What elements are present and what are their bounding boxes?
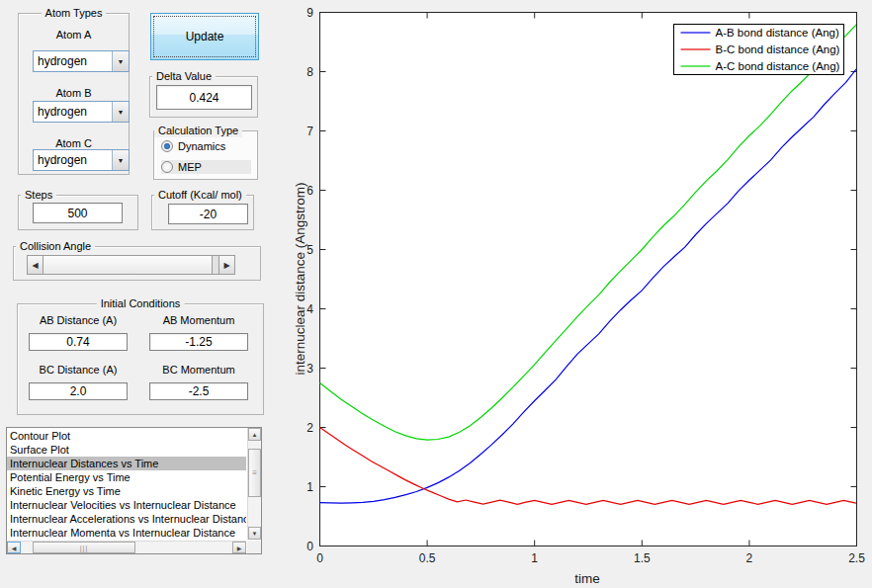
scrollbar-corner	[247, 541, 261, 553]
legend: A-B bond distance (Ang)B-C bond distance…	[674, 25, 844, 75]
vertical-scrollbar[interactable]: ▲ ≡ ▼	[247, 428, 261, 540]
ab-distance-field[interactable]	[29, 333, 128, 351]
atom-b-dropdown[interactable]: hydrogen ▼	[33, 101, 130, 123]
chevron-down-icon[interactable]: ▼	[112, 102, 129, 122]
atom-c-dropdown[interactable]: hydrogen ▼	[33, 149, 130, 171]
cutoff-title: Cutoff (Kcal/ mol)	[154, 188, 246, 202]
collision-angle-title: Collision Angle	[16, 239, 95, 253]
delta-value-field[interactable]	[156, 85, 252, 110]
svg-text:2: 2	[746, 551, 753, 565]
svg-text:9: 9	[306, 6, 313, 20]
svg-text:0.5: 0.5	[419, 551, 436, 565]
slider-left-arrow-icon[interactable]: ◀	[27, 255, 44, 275]
radio-selected-icon[interactable]	[161, 140, 173, 152]
svg-text:1: 1	[531, 551, 538, 565]
collision-angle-panel: Collision Angle ◀ ▶	[13, 246, 261, 281]
svg-text:3: 3	[306, 362, 313, 376]
atom-b-label: Atom B	[19, 87, 129, 99]
scroll-down-icon[interactable]: ▼	[248, 527, 261, 540]
calculation-type-title: Calculation Type	[154, 124, 242, 137]
atom-c-label: Atom C	[19, 137, 129, 149]
listbox-rows: Contour Plot Surface Plot Internuclear D…	[7, 429, 246, 540]
scroll-up-icon[interactable]: ▲	[248, 428, 261, 441]
svg-text:0: 0	[306, 540, 313, 553]
bc-distance-label: BC Distance (A)	[29, 364, 128, 376]
delta-value-title: Delta Value	[152, 69, 216, 83]
list-item[interactable]: Kinetic Energy vs Time	[7, 484, 246, 498]
axes-box	[320, 13, 857, 546]
svg-text:5: 5	[306, 243, 313, 257]
chevron-down-icon[interactable]: ▼	[112, 51, 129, 71]
list-item[interactable]: Internuclear Momenta vs Internuclear Dis…	[7, 526, 246, 540]
svg-text:1: 1	[306, 480, 313, 494]
svg-text:0: 0	[316, 551, 323, 565]
steps-panel: Steps	[18, 195, 138, 230]
scroll-right-icon[interactable]: ▶	[232, 542, 246, 553]
initial-conditions-title: Initial Conditions	[97, 296, 185, 310]
radio-mep[interactable]: MEP	[161, 160, 251, 174]
collision-angle-slider[interactable]: ◀ ▶	[27, 255, 252, 275]
bc-distance-field[interactable]	[29, 382, 128, 400]
cutoff-panel: Cutoff (Kcal/ mol)	[151, 195, 254, 230]
ab-distance-label: AB Distance (A)	[29, 314, 128, 326]
atom-a-value: hydrogen	[34, 51, 112, 71]
atom-types-panel: Atom Types Atom A hydrogen ▼ Atom B hydr…	[18, 13, 130, 175]
list-item-selected[interactable]: Internuclear Distances vs Time	[7, 457, 246, 470]
delta-value-panel: Delta Value	[149, 76, 258, 118]
atom-a-dropdown[interactable]: hydrogen ▼	[33, 50, 130, 72]
list-item[interactable]: Contour Plot	[7, 429, 246, 443]
atom-c-value: hydrogen	[34, 150, 112, 170]
svg-text:2.5: 2.5	[848, 551, 865, 565]
list-item[interactable]: Potential Energy vs Time	[7, 470, 246, 484]
slider-right-arrow-icon[interactable]: ▶	[218, 255, 235, 275]
svg-text:A-B bond distance (Ang): A-B bond distance (Ang)	[716, 27, 839, 39]
svg-text:8: 8	[306, 65, 313, 79]
svg-text:A-C bond distance (Ang): A-C bond distance (Ang)	[716, 60, 840, 72]
radio-unselected-icon[interactable]	[161, 161, 173, 173]
atom-b-value: hydrogen	[34, 102, 112, 122]
horizontal-scroll-thumb[interactable]: |||	[33, 542, 135, 553]
initial-conditions-panel: Initial Conditions AB Distance (A) AB Mo…	[17, 303, 264, 415]
update-button[interactable]: Update	[150, 13, 259, 60]
y-axis-label: internuclear distance (Angstrom)	[293, 182, 307, 375]
atom-types-title: Atom Types	[42, 6, 107, 20]
list-item[interactable]: Internuclear Velocities vs Internuclear …	[7, 498, 246, 512]
bc-momentum-field[interactable]	[149, 382, 248, 400]
svg-text:7: 7	[306, 125, 313, 138]
vertical-scroll-thumb[interactable]: ≡	[248, 449, 261, 497]
plot-canvas: 00.511.522.50123456789 A-B bond distance…	[283, 0, 872, 588]
atom-a-label: Atom A	[19, 29, 129, 41]
svg-text:1.5: 1.5	[634, 551, 651, 565]
radio-dynamics-label: Dynamics	[178, 140, 225, 152]
app-window: { "colors": { "figure_bg": "#f0f0f0", "u…	[0, 0, 872, 588]
scroll-left-icon[interactable]: ◀	[7, 542, 21, 553]
ab-momentum-field[interactable]	[149, 333, 248, 351]
chevron-down-icon[interactable]: ▼	[112, 150, 129, 170]
radio-mep-label: MEP	[178, 161, 202, 173]
list-item[interactable]: Internuclear Accelerations vs Internucle…	[7, 512, 246, 526]
plot-type-listbox: Contour Plot Surface Plot Internuclear D…	[6, 427, 262, 554]
steps-title: Steps	[21, 188, 56, 202]
horizontal-scrollbar[interactable]: ◀ ||| ▶	[7, 541, 246, 553]
x-axis-label: time	[553, 571, 622, 586]
ab-momentum-label: AB Momentum	[149, 314, 248, 326]
cutoff-field[interactable]	[168, 204, 248, 224]
list-item[interactable]: Surface Plot	[7, 443, 246, 457]
calculation-type-panel: Calculation Type Dynamics MEP	[153, 130, 258, 180]
svg-text:B-C bond distance (Ang): B-C bond distance (Ang)	[716, 43, 840, 55]
svg-text:6: 6	[306, 184, 313, 198]
slider-thumb[interactable]	[44, 255, 213, 275]
svg-text:2: 2	[306, 421, 313, 435]
bc-momentum-label: BC Momentum	[149, 364, 248, 376]
radio-dynamics[interactable]: Dynamics	[161, 140, 225, 152]
svg-text:4: 4	[306, 302, 313, 316]
steps-field[interactable]	[33, 203, 123, 223]
